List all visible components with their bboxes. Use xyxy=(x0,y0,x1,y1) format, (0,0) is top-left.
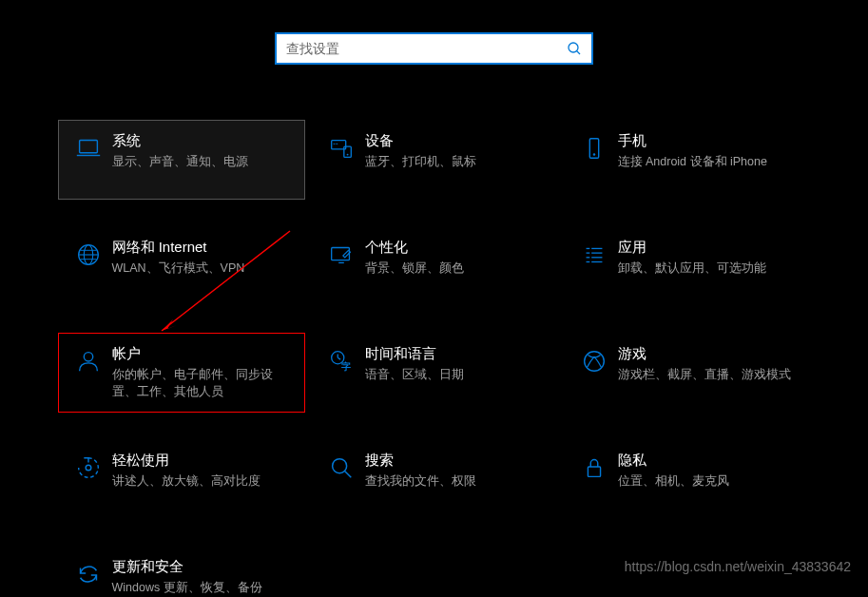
tile-ease-of-access[interactable]: 轻松使用 讲述人、放大镜、高对比度 xyxy=(58,439,305,519)
tile-update-security[interactable]: 更新和安全 Windows 更新、恢复、备份 xyxy=(58,546,305,597)
tile-desc: 位置、相机、麦克风 xyxy=(618,473,729,491)
svg-rect-35 xyxy=(588,467,600,476)
tile-phone[interactable]: 手机 连接 Android 设备和 iPhone xyxy=(564,120,811,200)
tile-devices[interactable]: 设备 蓝牙、打印机、鼠标 xyxy=(311,120,558,200)
tile-title: 轻松使用 xyxy=(112,452,260,470)
svg-line-29 xyxy=(338,357,340,359)
globe-icon xyxy=(72,239,105,269)
tile-title: 更新和安全 xyxy=(112,558,262,576)
settings-grid: 系统 显示、声音、通知、电源 设备 蓝牙、打印机、鼠标 手机 连接 Androi… xyxy=(0,65,868,597)
svg-rect-7 xyxy=(343,146,351,157)
tile-desc: 游戏栏、截屏、直播、游戏模式 xyxy=(618,367,791,384)
tile-desc: 背景、锁屏、颜色 xyxy=(365,260,464,278)
tile-desc: WLAN、飞行模式、VPN xyxy=(112,260,245,278)
tile-title: 设备 xyxy=(365,132,476,150)
svg-point-32 xyxy=(86,465,91,471)
tile-title: 手机 xyxy=(618,132,767,150)
personalize-icon xyxy=(325,239,357,269)
tile-personalization[interactable]: 个性化 背景、锁屏、颜色 xyxy=(311,226,558,306)
tile-apps[interactable]: 应用 卸载、默认应用、可选功能 xyxy=(564,226,811,306)
xbox-icon xyxy=(578,345,610,376)
tile-accounts[interactable]: 帐户 你的帐户、电子邮件、同步设置、工作、其他人员 xyxy=(58,333,305,413)
time-language-icon: 字 xyxy=(325,345,357,376)
tile-privacy[interactable]: 隐私 位置、相机、麦克风 xyxy=(564,439,811,519)
tile-title: 隐私 xyxy=(618,452,729,470)
search-box[interactable] xyxy=(275,32,593,65)
tile-title: 搜索 xyxy=(365,452,476,470)
tile-time-language[interactable]: 字 时间和语言 语音、区域、日期 xyxy=(311,333,558,413)
svg-point-10 xyxy=(592,153,594,155)
svg-rect-2 xyxy=(79,141,97,153)
person-icon xyxy=(72,345,105,376)
tile-desc: 讲述人、放大镜、高对比度 xyxy=(112,473,260,491)
svg-point-31 xyxy=(584,352,604,372)
phone-icon xyxy=(578,132,610,163)
update-icon xyxy=(72,558,105,588)
svg-point-33 xyxy=(332,459,346,473)
tile-title: 帐户 xyxy=(112,345,291,363)
tile-network[interactable]: 网络和 Internet WLAN、飞行模式、VPN xyxy=(58,226,305,306)
search-tile-icon xyxy=(325,452,357,482)
tile-desc: 显示、声音、通知、电源 xyxy=(112,154,248,171)
lock-icon xyxy=(578,452,610,482)
search-icon xyxy=(567,41,582,56)
search-input[interactable] xyxy=(286,41,567,56)
watermark: https://blog.csdn.net/weixin_43833642 xyxy=(625,559,851,574)
svg-text:字: 字 xyxy=(341,361,351,372)
tile-desc: 查找我的文件、权限 xyxy=(365,473,476,491)
tile-title: 个性化 xyxy=(365,239,464,257)
tile-desc: 卸载、默认应用、可选功能 xyxy=(618,260,766,278)
tile-desc: Windows 更新、恢复、备份 xyxy=(112,580,262,597)
search-container xyxy=(0,0,868,65)
tile-title: 系统 xyxy=(112,132,248,150)
svg-line-34 xyxy=(344,472,351,478)
tile-desc: 蓝牙、打印机、鼠标 xyxy=(365,154,476,171)
tile-desc: 连接 Android 设备和 iPhone xyxy=(618,154,767,171)
svg-rect-16 xyxy=(331,248,349,260)
tile-desc: 语音、区域、日期 xyxy=(365,367,464,384)
laptop-icon xyxy=(72,132,105,163)
tile-title: 应用 xyxy=(618,239,766,257)
tile-title: 网络和 Internet xyxy=(112,239,245,257)
svg-line-1 xyxy=(577,51,581,55)
svg-point-8 xyxy=(346,154,348,156)
devices-icon xyxy=(325,132,357,163)
tile-system[interactable]: 系统 显示、声音、通知、电源 xyxy=(58,120,305,200)
tile-search[interactable]: 搜索 查找我的文件、权限 xyxy=(311,439,558,519)
ease-icon xyxy=(72,452,105,482)
tile-title: 时间和语言 xyxy=(365,345,464,363)
tile-title: 游戏 xyxy=(618,345,791,363)
apps-icon xyxy=(578,239,610,269)
svg-point-26 xyxy=(84,353,92,361)
tile-desc: 你的帐户、电子邮件、同步设置、工作、其他人员 xyxy=(112,367,291,400)
tile-gaming[interactable]: 游戏 游戏栏、截屏、直播、游戏模式 xyxy=(564,333,811,413)
